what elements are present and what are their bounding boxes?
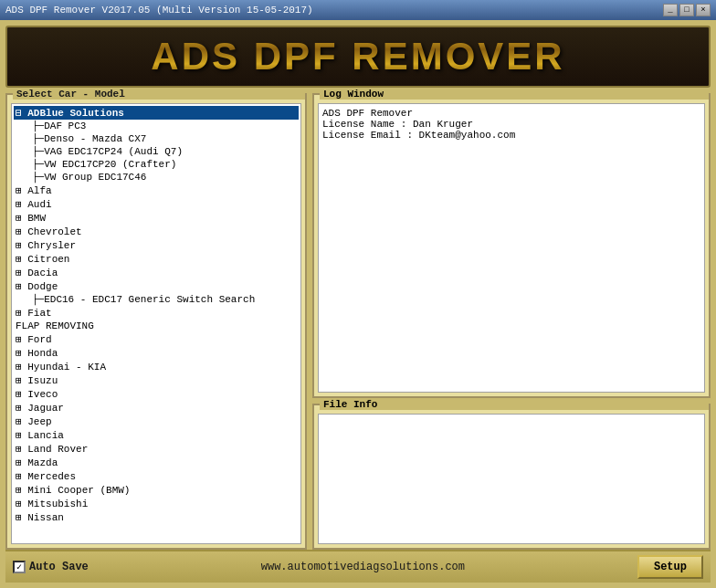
tree-item-mitsubishi[interactable]: ⊞ Mitsubishi: [14, 497, 299, 510]
title-bar: ADS DPF Remover V2017.05 (Multi Version …: [0, 0, 716, 20]
log-line: License Name : Dan Kruger: [322, 119, 700, 130]
car-model-legend: Select Car - Model: [13, 89, 305, 100]
tree-item-audi[interactable]: ⊞ Audi: [14, 197, 299, 211]
tree-item-dacia[interactable]: ⊞ Dacia: [14, 266, 299, 279]
log-line: ADS DPF Remover: [322, 108, 700, 119]
tree-item-daf[interactable]: ├─DAF PC3: [14, 120, 299, 132]
tree-item-vag-edc17cp24[interactable]: ├─VAG EDC17CP24 (Audi Q7): [14, 145, 299, 158]
tree-item-adblue[interactable]: ⊟ ADBlue Solutions: [14, 106, 299, 120]
tree-item-chrysler[interactable]: ⊞ Chrysler: [14, 238, 299, 252]
auto-save-area: Auto Save: [13, 561, 89, 573]
log-window: Log Window ADS DPF RemoverLicense Name :…: [312, 93, 711, 398]
log-legend: Log Window: [320, 89, 709, 100]
tree-item-jeep[interactable]: ⊞ Jeep: [14, 415, 299, 428]
title-bar-text: ADS DPF Remover V2017.05 (Multi Version …: [5, 5, 313, 16]
tree-item-lancia[interactable]: ⊞ Lancia: [14, 428, 299, 442]
tree-item-nissan[interactable]: ⊞ Nissan: [14, 510, 299, 524]
tree-item-mazda[interactable]: ⊞ Mazda: [14, 456, 299, 469]
tree-item-bmw[interactable]: ⊞ BMW: [14, 211, 299, 225]
tree-item-mercedes[interactable]: ⊞ Mercedes: [14, 469, 299, 483]
tree-item-ford[interactable]: ⊞ Ford: [14, 332, 299, 346]
logo-text: ADS DPF REMOVER: [15, 35, 701, 79]
file-info: File Info: [312, 404, 711, 550]
tree-item-denso[interactable]: ├─Denso - Mazda CX7: [14, 132, 299, 145]
minimize-button[interactable]: _: [663, 4, 678, 16]
right-panel: Log Window ADS DPF RemoverLicense Name :…: [312, 93, 711, 550]
tree-item-vw-edc17cp20[interactable]: ├─VW EDC17CP20 (Crafter): [14, 158, 299, 171]
tree-item-vw-group[interactable]: ├─VW Group EDC17C46: [14, 171, 299, 184]
auto-save-checkbox-container[interactable]: Auto Save: [13, 561, 89, 573]
tree-container[interactable]: ⊟ ADBlue Solutions ├─DAF PC3 ├─Denso - M…: [11, 103, 301, 544]
tree-item-honda[interactable]: ⊞ Honda: [14, 346, 299, 360]
tree-item-iveco[interactable]: ⊞ Iveco: [14, 387, 299, 401]
tree-item-chevrolet[interactable]: ⊞ Chevrolet: [14, 225, 299, 238]
left-panel: Select Car - Model ⊟ ADBlue Solutions ├─…: [5, 93, 307, 550]
file-content: [318, 414, 705, 544]
car-model-group: Select Car - Model ⊟ ADBlue Solutions ├─…: [5, 93, 307, 550]
tree-item-edc16[interactable]: ├─EDC16 - EDC17 Generic Switch Search: [14, 293, 299, 306]
tree-item-citroen[interactable]: ⊞ Citroen: [14, 252, 299, 266]
tree-item-fiat[interactable]: ⊞ Fiat: [14, 306, 299, 320]
logo-area: ADS DPF REMOVER: [5, 26, 711, 88]
auto-save-label: Auto Save: [29, 561, 89, 573]
tree-item-dodge[interactable]: ⊞ Dodge: [14, 279, 299, 293]
tree-item-mini-cooper[interactable]: ⊞ Mini Cooper (BMW): [14, 483, 299, 497]
tree-item-hyundai[interactable]: ⊞ Hyundai - KIA: [14, 360, 299, 373]
maximize-button[interactable]: □: [679, 4, 694, 16]
tree-item-alfa[interactable]: ⊞ Alfa: [14, 184, 299, 197]
main-container: ADS DPF REMOVER Select Car - Model ⊟ ADB…: [0, 20, 716, 588]
log-line: License Email : DKteam@yahoo.com: [322, 130, 700, 141]
title-bar-buttons: _ □ ×: [663, 4, 711, 16]
log-content: ADS DPF RemoverLicense Name : Dan Kruger…: [318, 103, 705, 393]
tree-item-landrover[interactable]: ⊞ Land Rover: [14, 442, 299, 456]
file-legend: File Info: [320, 399, 709, 410]
content-area: Select Car - Model ⊟ ADBlue Solutions ├─…: [5, 93, 711, 550]
close-button[interactable]: ×: [696, 4, 711, 16]
tree-item-flap[interactable]: FLAP REMOVING: [14, 320, 299, 332]
setup-button[interactable]: Setup: [637, 555, 703, 579]
tree-item-isuzu[interactable]: ⊞ Isuzu: [14, 373, 299, 387]
website-label: www.automotivediagsolutions.com: [261, 561, 465, 573]
auto-save-checkbox[interactable]: [13, 561, 26, 573]
tree-item-jaguar[interactable]: ⊞ Jaguar: [14, 401, 299, 415]
bottom-bar: Auto Save www.automotivediagsolutions.co…: [5, 550, 711, 583]
